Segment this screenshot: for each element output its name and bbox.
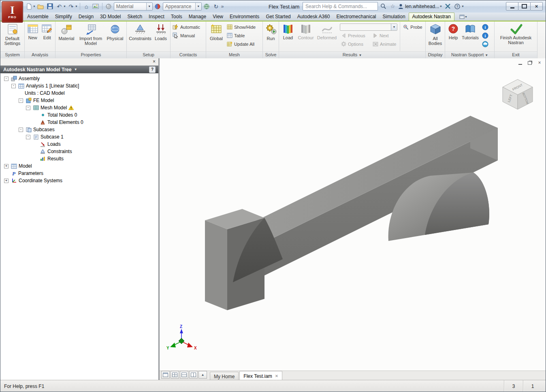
tree-item-fe-model[interactable]: - FE Model [0, 97, 158, 104]
application-menu-button[interactable]: I PRO [2, 1, 23, 23]
finish-nastran-button[interactable]: Finish Autodesk Nastran [496, 22, 536, 51]
doc-minimize-button[interactable] [517, 60, 523, 65]
mesh-table-button[interactable]: Table [226, 31, 257, 40]
result-options-button[interactable]: Options [340, 40, 371, 48]
tab-list-button[interactable]: ▲ [198, 371, 207, 379]
tab-simplify[interactable]: Simplify [52, 13, 75, 21]
tutorials-button[interactable]: Tutorials [461, 22, 480, 51]
view-capture-button[interactable] [92, 2, 100, 11]
edit-analysis-button[interactable]: Edit [40, 22, 55, 51]
collapse-icon[interactable]: - [26, 106, 30, 110]
tree-item-parameters[interactable]: P Parameters [0, 170, 158, 177]
redo-button[interactable]: ↷ [67, 2, 75, 11]
deformed-button[interactable]: Deformed [316, 22, 338, 51]
tab-manage[interactable]: Manage [186, 13, 209, 21]
nastran-community-button[interactable] [482, 40, 489, 48]
undo-caret-icon[interactable]: ▼ [63, 5, 66, 8]
doc-close-button[interactable]: × [537, 60, 542, 65]
expand-icon[interactable]: + [4, 179, 9, 183]
ribbon-options-caret-icon[interactable]: ▼ [465, 15, 467, 18]
tab-get-started[interactable]: Get Started [262, 13, 294, 21]
automatic-contacts-button[interactable]: Automatic [171, 23, 201, 31]
tree-item-model[interactable]: + Model [0, 162, 158, 170]
layout-grid-button[interactable] [171, 371, 179, 379]
material-combobox-arrow-icon[interactable]: ▼ [146, 3, 152, 10]
all-bodies-button[interactable]: All Bodies [427, 22, 444, 51]
nastran-info-button[interactable]: i [482, 23, 489, 31]
home-button[interactable]: ⌂ [82, 2, 91, 11]
appearance-combobox[interactable]: Appearance ▼ [163, 2, 202, 11]
tree-item-analysis-1[interactable]: - Analysis 1 [Linear Static] [0, 82, 158, 89]
manual-contacts-button[interactable]: Manual [171, 31, 196, 40]
layout-vertical-button[interactable] [189, 371, 198, 379]
tree-item-loads[interactable]: Loads [0, 141, 158, 148]
help-menu-button[interactable]: ? [453, 2, 461, 11]
expand-icon[interactable]: + [4, 164, 9, 168]
viewcube[interactable]: FRONT LEFT BOTTOM [503, 79, 533, 109]
minimize-button[interactable] [506, 2, 518, 11]
tab-assemble[interactable]: Assemble [24, 13, 52, 21]
material-button[interactable]: Material [56, 22, 77, 51]
tab-electromechanical[interactable]: Electromechanical [333, 13, 379, 21]
appearance-combobox-arrow-icon[interactable]: ▼ [195, 3, 201, 10]
previous-result-button[interactable]: Previous [340, 31, 371, 40]
tree-item-assembly[interactable]: - Assembly [0, 75, 158, 82]
refresh-button[interactable]: ↻ [212, 2, 220, 11]
tab-tools[interactable]: Tools [168, 13, 186, 21]
probe-button[interactable]: Probe [402, 23, 423, 31]
collapse-icon[interactable]: - [26, 135, 30, 139]
collapse-icon[interactable]: - [4, 77, 9, 81]
load-results-button[interactable]: Load [280, 22, 296, 51]
collapse-icon[interactable]: - [19, 98, 23, 103]
doc-tab-close-icon[interactable]: ✕ [275, 374, 278, 378]
a360-button[interactable] [444, 2, 452, 11]
tab-sketch[interactable]: Sketch [124, 13, 145, 21]
tree-item-coordinate-systems[interactable]: + Coordinate Systems [0, 177, 158, 184]
tree-item-units[interactable]: Units : CAD Model [0, 89, 158, 97]
panel-close-icon[interactable]: × [153, 59, 156, 64]
tab-autodesk-nastran[interactable]: Autodesk Nastran [409, 13, 454, 21]
material-swatch-button[interactable] [105, 2, 113, 11]
nastran-web-button[interactable]: i [482, 32, 489, 39]
tab-simulation[interactable]: Simulation [380, 13, 409, 21]
loads-button[interactable]: Loads [153, 22, 169, 51]
panel-header[interactable]: Autodesk Nastran Model Tree ▼ ? [0, 66, 158, 73]
new-analysis-button[interactable]: New [26, 22, 40, 51]
doc-restore-button[interactable] [527, 60, 533, 65]
global-mesh-button[interactable]: Global [207, 22, 226, 51]
close-button[interactable]: × [530, 2, 543, 11]
new-file-caret-icon[interactable]: ▼ [33, 5, 36, 8]
block-left-face[interactable] [205, 220, 227, 310]
result-set-caret-icon[interactable]: ▼ [391, 24, 397, 30]
results-group-caret-icon[interactable]: ▼ [358, 53, 362, 57]
tab-design[interactable]: Design [75, 13, 97, 21]
tree-item-constraints[interactable]: Constraints [0, 148, 158, 155]
constraints-button[interactable]: Constraints [128, 22, 153, 51]
tree-item-total-nodes[interactable]: Total Nodes 0 [0, 111, 158, 119]
next-result-button[interactable]: Next [371, 31, 390, 40]
default-settings-button[interactable]: Default Settings [2, 22, 23, 51]
tab-environments[interactable]: Environments [226, 13, 262, 21]
favorites-button[interactable]: ☆ [389, 2, 397, 11]
tab-3d-model[interactable]: 3D Model [97, 13, 124, 21]
panel-header-caret-icon[interactable]: ▼ [74, 68, 77, 71]
tree-item-mesh-model[interactable]: - Mesh Model [0, 104, 158, 111]
physical-button[interactable]: Physical [105, 22, 125, 51]
undo-button[interactable]: ↶ [55, 2, 64, 11]
contour-button[interactable]: Contour [296, 22, 316, 51]
panel-help-button[interactable]: ? [149, 66, 156, 73]
maximize-button[interactable] [518, 2, 531, 11]
help-menu-caret-icon[interactable]: ▼ [461, 5, 464, 8]
toolbar-overflow-icon[interactable]: » [221, 4, 224, 9]
tab-view[interactable]: View [209, 13, 226, 21]
layout-horizontal-button[interactable] [180, 371, 188, 379]
graphics-viewport[interactable]: FRONT LEFT BOTTOM Z X Y × [160, 58, 546, 380]
save-button[interactable] [46, 2, 54, 11]
tab-autodesk-a360[interactable]: Autodesk A360 [294, 13, 333, 21]
material-combobox[interactable]: Material ▼ [114, 2, 153, 11]
tree-item-results[interactable]: Results [0, 155, 158, 162]
support-group-caret-icon[interactable]: ▼ [485, 53, 488, 57]
open-button[interactable] [36, 2, 45, 11]
search-input[interactable] [303, 2, 378, 11]
search-button[interactable] [380, 2, 387, 11]
